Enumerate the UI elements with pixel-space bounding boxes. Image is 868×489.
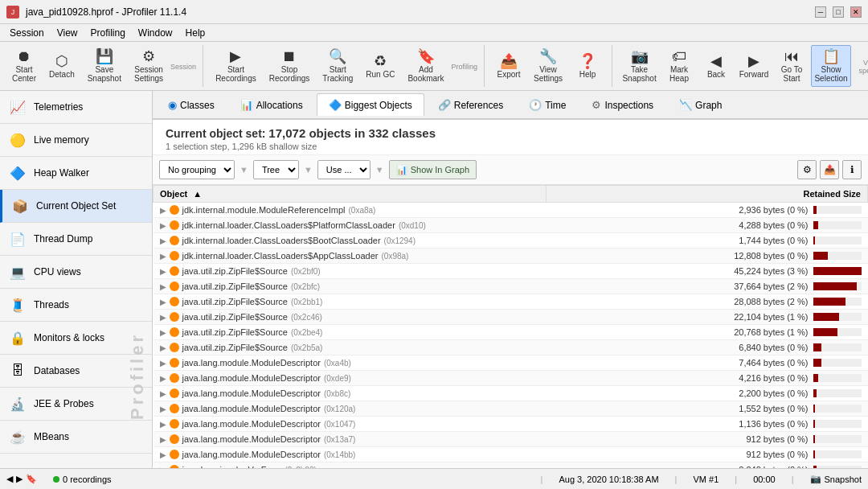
help-button[interactable]: ❓ Help xyxy=(570,50,605,83)
table-row[interactable]: ▶ jdk.internal.loader.ClassLoaders$AppCl… xyxy=(154,249,868,264)
expand-arrow[interactable]: ▶ xyxy=(160,236,166,245)
nav-right-button[interactable]: ▶ xyxy=(16,474,23,484)
mark-heap-button[interactable]: 🏷 MarkHeap xyxy=(661,45,697,87)
table-row[interactable]: ▶ java.lang.module.ModuleDescriptor (0xd… xyxy=(154,371,868,386)
object-type-icon xyxy=(170,281,179,291)
expand-arrow[interactable]: ▶ xyxy=(160,374,166,383)
show-selection-button[interactable]: 📋 ShowSelection xyxy=(811,45,851,87)
size-cell: 1,136 bytes (0 %) xyxy=(546,417,867,432)
minimize-button[interactable]: ─ xyxy=(815,6,826,18)
window-controls[interactable]: ─ □ ✕ xyxy=(815,6,862,18)
jee-probes-label: JEE & Probes xyxy=(34,398,94,409)
menu-view[interactable]: View xyxy=(51,26,84,40)
table-row[interactable]: ▶ java.lang.module.ModuleDescriptor (0x1… xyxy=(154,432,868,447)
sidebar-item-live-memory[interactable]: 🟡 Live memory xyxy=(0,124,152,157)
mark-heap-icon: 🏷 xyxy=(672,49,686,64)
expand-arrow[interactable]: ▶ xyxy=(160,343,166,352)
add-bookmark-button[interactable]: 🔖 AddBookmark xyxy=(402,45,449,87)
table-row[interactable]: ▶ java.util.zip.ZipFile$Source (0x2bf0) … xyxy=(154,264,868,279)
tab-classes[interactable]: ◉ Classes xyxy=(156,93,227,116)
expand-arrow[interactable]: ▶ xyxy=(160,435,166,444)
menu-session[interactable]: Session xyxy=(3,26,51,40)
start-tracking-button[interactable]: 🔍 StartTracking xyxy=(317,45,358,87)
show-in-graph-button[interactable]: 📊 Show In Graph xyxy=(389,160,477,179)
table-row[interactable]: ▶ jdk.internal.loader.ClassLoaders$BootC… xyxy=(154,233,868,249)
expand-arrow[interactable]: ▶ xyxy=(160,282,166,291)
table-row[interactable]: ▶ java.lang.module.ModuleDescriptor (0xa… xyxy=(154,355,868,371)
expand-arrow[interactable]: ▶ xyxy=(160,252,166,261)
menu-help[interactable]: Help xyxy=(179,26,212,40)
menu-window[interactable]: Window xyxy=(132,26,179,40)
sidebar-item-monitors-locks[interactable]: 🔒 Monitors & locks xyxy=(0,322,152,355)
start-center-button[interactable]: ⏺ StartCenter xyxy=(6,45,42,87)
table-row[interactable]: ▶ java.lang.invoke.VarForm (0x2b93) 2,24… xyxy=(154,462,868,469)
nav-left-button[interactable]: ◀ xyxy=(6,474,13,484)
tab-biggest-objects[interactable]: 🔷 Biggest Objects xyxy=(317,93,424,116)
table-row[interactable]: ▶ java.util.zip.ZipFile$Source (0x2bfc) … xyxy=(154,279,868,294)
sidebar-item-mbeans[interactable]: ☕ MBeans xyxy=(0,421,152,454)
export-button[interactable]: 📤 Export xyxy=(491,50,526,83)
sidebar-item-threads[interactable]: 🧵 Threads xyxy=(0,289,152,322)
export-icon-btn[interactable]: 📤 xyxy=(820,160,839,179)
sidebar-item-thread-dump[interactable]: 📄 Thread Dump xyxy=(0,223,152,256)
grouping-select[interactable]: No grouping xyxy=(159,160,235,179)
save-snapshot-button[interactable]: 💾 SaveSnapshot xyxy=(82,45,127,87)
table-row[interactable]: ▶ java.util.zip.ZipFile$Source (0x2c46) … xyxy=(154,310,868,325)
take-snapshot-button[interactable]: 📷 TakeSnapshot xyxy=(619,45,660,87)
tab-time[interactable]: 🕐 Time xyxy=(517,93,578,116)
table-row[interactable]: ▶ jdk.internal.module.ModuleReferenceImp… xyxy=(154,203,868,218)
expand-arrow[interactable]: ▶ xyxy=(160,221,166,230)
info-icon-btn[interactable]: ℹ xyxy=(842,160,862,179)
size-bar-fill xyxy=(813,221,818,229)
menu-profiling[interactable]: Profiling xyxy=(84,26,132,40)
expand-arrow[interactable]: ▶ xyxy=(160,359,166,368)
start-recordings-button[interactable]: ▶ StartRecordings xyxy=(210,45,262,87)
table-row[interactable]: ▶ java.lang.module.ModuleDescriptor (0x1… xyxy=(154,417,868,432)
expand-arrow[interactable]: ▶ xyxy=(160,450,166,459)
bookmark-button[interactable]: 🔖 xyxy=(26,474,37,484)
session-settings-button[interactable]: ⚙ SessionSettings xyxy=(129,45,169,87)
back-button[interactable]: ◀ Back xyxy=(698,50,734,83)
close-button[interactable]: ✕ xyxy=(850,6,862,18)
object-header[interactable]: Object ▲ xyxy=(154,186,547,203)
profiling-label: Profiling xyxy=(451,63,477,71)
table-row[interactable]: ▶ java.lang.module.ModuleDescriptor (0x1… xyxy=(154,401,868,417)
expand-arrow[interactable]: ▶ xyxy=(160,389,166,398)
settings-icon-btn[interactable]: ⚙ xyxy=(797,160,817,179)
stop-recordings-button[interactable]: ⏹ StopRecordings xyxy=(264,45,316,87)
sidebar-item-current-object-set[interactable]: 📦 Current Object Set xyxy=(0,190,152,223)
table-row[interactable]: ▶ java.util.zip.ZipFile$Source (0x2be4) … xyxy=(154,325,868,340)
expand-arrow[interactable]: ▶ xyxy=(160,206,166,215)
sidebar-item-heap-walker[interactable]: 🔷 Heap Walker xyxy=(0,157,152,190)
sidebar-item-jee-probes[interactable]: 🔬 JEE & Probes xyxy=(0,388,152,421)
table-row[interactable]: ▶ java.lang.module.ModuleDescriptor (0xb… xyxy=(154,386,868,401)
expand-arrow[interactable]: ▶ xyxy=(160,298,166,306)
tab-references[interactable]: 🔗 References xyxy=(426,93,515,116)
forward-button[interactable]: ▶ Forward xyxy=(735,50,772,83)
sidebar-item-databases[interactable]: 🗄 Databases xyxy=(0,355,152,388)
expand-arrow[interactable]: ▶ xyxy=(160,405,166,413)
object-type-icon xyxy=(170,205,179,215)
table-row[interactable]: ▶ java.util.zip.ZipFile$Source (0x2bb1) … xyxy=(154,294,868,310)
expand-arrow[interactable]: ▶ xyxy=(160,420,166,429)
tab-graph[interactable]: 📉 Graph xyxy=(667,93,734,116)
use-select[interactable]: Use ... xyxy=(317,160,371,179)
expand-arrow[interactable]: ▶ xyxy=(160,313,166,322)
expand-arrow[interactable]: ▶ xyxy=(160,328,166,337)
table-row[interactable]: ▶ java.util.zip.ZipFile$Source (0x2b5a) … xyxy=(154,340,868,355)
table-row[interactable]: ▶ jdk.internal.loader.ClassLoaders$Platf… xyxy=(154,218,868,233)
tab-inspections[interactable]: ⚙ Inspections xyxy=(579,93,665,116)
tab-allocations[interactable]: 📊 Allocations xyxy=(228,93,315,116)
run-gc-button[interactable]: ♻ Run GC xyxy=(360,50,400,83)
detach-button[interactable]: ⬡ Detach xyxy=(43,50,80,83)
maximize-button[interactable]: □ xyxy=(833,6,844,18)
view-settings-button[interactable]: 🔧 ViewSettings xyxy=(528,45,568,87)
sidebar-item-telemetries[interactable]: 📈 Telemetries xyxy=(0,91,152,124)
view-select[interactable]: Tree xyxy=(253,160,299,179)
expand-arrow[interactable]: ▶ xyxy=(160,267,166,276)
sidebar-item-cpu-views[interactable]: 💻 CPU views xyxy=(0,256,152,289)
go-to-start-button[interactable]: ⏮ Go ToStart xyxy=(774,45,809,87)
retained-size-header[interactable]: Retained Size xyxy=(546,186,867,203)
table-row[interactable]: ▶ java.lang.module.ModuleDescriptor (0x1… xyxy=(154,447,868,462)
export-icon: 📤 xyxy=(500,54,518,68)
